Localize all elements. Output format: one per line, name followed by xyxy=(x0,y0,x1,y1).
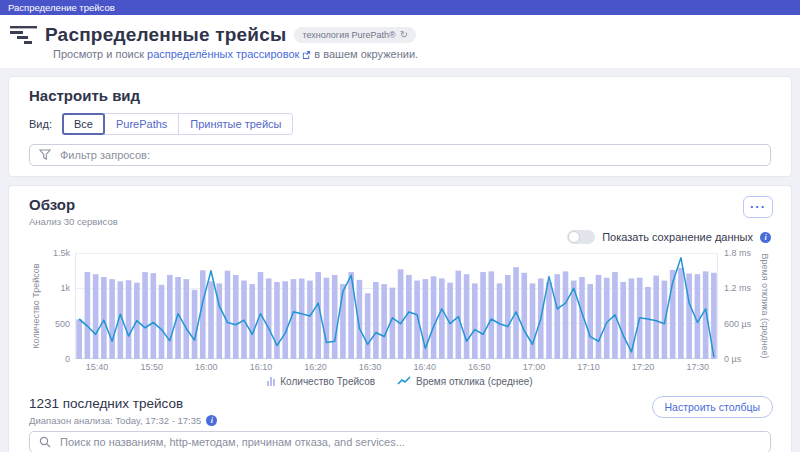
x-tick-label: 17:10 xyxy=(577,362,600,372)
query-filter-input[interactable] xyxy=(29,144,771,166)
technology-badge: технология PurePath® ↻ xyxy=(294,27,416,43)
x-tick-label: 16:10 xyxy=(250,362,273,372)
axis-tick-label: 500 xyxy=(55,319,70,329)
toggle-knob xyxy=(568,231,580,243)
x-tick-label: 16:00 xyxy=(195,362,218,372)
x-axis-labels: 15:4015:5016:0016:1016:2016:3016:4016:50… xyxy=(75,362,725,373)
topbar-title: Распределение трейсов xyxy=(8,2,115,13)
traces-doc-link[interactable]: распределённых трассировок xyxy=(147,48,299,60)
overview-title: Обзор xyxy=(29,196,771,213)
page-subtitle: Просмотр и поиск распределённых трассиро… xyxy=(53,48,790,60)
axis-tick-label: 1k xyxy=(60,283,70,293)
left-axis-ticks: 05001k1.5k xyxy=(42,253,75,359)
configure-columns-button[interactable]: Настроить столбцы xyxy=(652,396,773,418)
overview-subtitle: Анализ 30 сервисов xyxy=(29,216,771,227)
segment-accepted-traces[interactable]: Принятые трейсы xyxy=(178,113,293,135)
view-segmented-control: Все PurePaths Принятые трейсы xyxy=(62,113,294,135)
segment-purepaths[interactable]: PurePaths xyxy=(104,113,179,135)
overview-chart: Количество Трейсов 05001k1.5k 0 µs600 µs… xyxy=(29,253,771,359)
axis-tick-label: 1.2 ms xyxy=(724,283,751,293)
range-info-icon[interactable]: i xyxy=(206,415,217,426)
x-tick-label: 17:00 xyxy=(523,362,546,372)
toggle-label: Показать сохранение данных xyxy=(602,231,753,243)
right-axis-title: Время отклика (среднее) xyxy=(758,253,771,359)
axis-tick-label: 1.5k xyxy=(53,248,70,258)
segment-all[interactable]: Все xyxy=(62,113,105,135)
overview-card: Обзор Анализ 30 сервисов ··· Показать со… xyxy=(8,185,792,452)
x-tick-label: 16:20 xyxy=(304,362,327,372)
chart-svg xyxy=(75,253,718,359)
line-series-icon xyxy=(397,376,411,386)
axis-tick-label: 1.8 ms xyxy=(724,248,751,258)
x-tick-label: 16:40 xyxy=(413,362,436,372)
x-tick-label: 15:50 xyxy=(140,362,163,372)
x-tick-label: 17:30 xyxy=(686,362,709,372)
x-tick-label: 16:30 xyxy=(359,362,382,372)
info-icon[interactable]: i xyxy=(760,232,771,243)
trace-waterfall-icon xyxy=(10,25,37,46)
x-tick-label: 16:50 xyxy=(468,362,491,372)
x-tick-label: 15:40 xyxy=(86,362,109,372)
bar-series-icon xyxy=(267,377,275,386)
axis-tick-label: 0 µs xyxy=(724,354,741,364)
traces-search-input[interactable] xyxy=(29,431,771,452)
search-icon xyxy=(39,436,51,448)
right-axis-ticks: 0 µs600 µs1.2 ms1.8 ms xyxy=(718,253,758,359)
axis-tick-label: 600 µs xyxy=(724,319,751,329)
external-link-icon xyxy=(302,50,311,59)
overview-menu-button[interactable]: ··· xyxy=(743,196,773,218)
filter-icon xyxy=(39,149,51,161)
configure-view-title: Настроить вид xyxy=(29,87,771,104)
traces-section-header: 1231 последних трейсов Диапазон анализа:… xyxy=(29,396,771,426)
left-axis-title: Количество Трейсов xyxy=(29,253,42,359)
chart-legend: Количество Трейсов Время отклика (средне… xyxy=(29,374,771,388)
legend-item-traces[interactable]: Количество Трейсов xyxy=(267,376,375,387)
app-topbar: Распределение трейсов xyxy=(0,0,800,15)
legend-item-response-time[interactable]: Время отклика (среднее) xyxy=(397,376,533,387)
refresh-icon: ↻ xyxy=(400,30,408,40)
data-retention-toggle[interactable] xyxy=(567,230,595,244)
chart-plot-area[interactable] xyxy=(75,253,718,359)
axis-tick-label: 0 xyxy=(65,354,70,364)
view-label: Вид: xyxy=(29,118,52,130)
x-tick-label: 17:20 xyxy=(632,362,655,372)
configure-view-card: Настроить вид Вид: Все PurePaths Приняты… xyxy=(8,76,792,177)
page-header: Распределенные трейсы технология PurePat… xyxy=(0,15,800,68)
page-title: Распределенные трейсы xyxy=(45,24,286,46)
